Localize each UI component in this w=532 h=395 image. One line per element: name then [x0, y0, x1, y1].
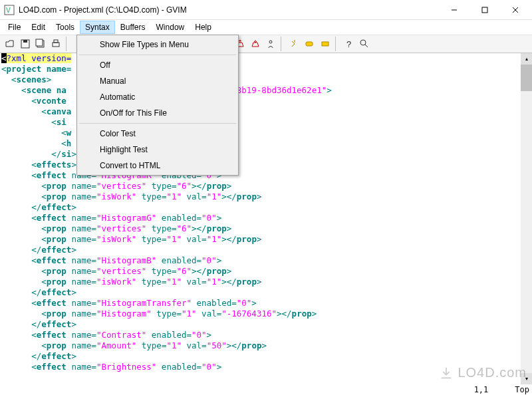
- watermark: LO4D.com: [439, 365, 527, 380]
- minimize-button[interactable]: [439, 0, 469, 20]
- svg-text:V: V: [6, 7, 11, 14]
- menu-edit[interactable]: Edit: [26, 21, 51, 34]
- svg-point-16: [360, 40, 366, 45]
- scroll-up-arrow[interactable]: ▴: [521, 53, 532, 65]
- svg-text:?: ?: [346, 39, 351, 49]
- run-script-icon[interactable]: [263, 37, 278, 51]
- svg-point-12: [269, 41, 272, 43]
- help-icon[interactable]: ?: [342, 37, 356, 51]
- download-icon: [439, 366, 454, 380]
- window-title: LO4D.com - Project.xml (C:\LO4D.com) - G…: [19, 5, 439, 15]
- app-icon: V: [4, 5, 15, 15]
- menubar: File Edit Tools Syntax Buffers Window He…: [0, 20, 532, 35]
- menu-buffers[interactable]: Buffers: [115, 21, 151, 34]
- syntax-dropdown: Show File Types in Menu Off Manual Autom…: [76, 35, 239, 176]
- menu-separator: [79, 55, 236, 55]
- menuitem-onoff-file[interactable]: On/Off for This File: [78, 105, 237, 121]
- open-icon[interactable]: [3, 37, 17, 51]
- tags-icon[interactable]: [303, 37, 317, 51]
- menuitem-highlight-test[interactable]: Highlight Test: [78, 142, 237, 158]
- svg-line-17: [365, 45, 368, 47]
- maximize-button[interactable]: [469, 0, 500, 20]
- save-session-icon[interactable]: [248, 37, 263, 51]
- toolbar-separator: [66, 37, 70, 51]
- menu-help[interactable]: Help: [190, 21, 217, 34]
- menu-tools[interactable]: Tools: [51, 21, 80, 34]
- menuitem-convert-html[interactable]: Convert to HTML: [78, 158, 237, 174]
- window-controls: [439, 0, 531, 20]
- svg-rect-7: [23, 40, 27, 43]
- print-icon[interactable]: [49, 37, 63, 51]
- vertical-scrollbar[interactable]: ▴ ▾: [521, 53, 532, 384]
- menu-window[interactable]: Window: [151, 21, 190, 34]
- menuitem-color-test[interactable]: Color Test: [78, 126, 237, 142]
- make-icon[interactable]: [287, 37, 302, 51]
- menu-separator: [79, 123, 236, 124]
- svg-rect-9: [36, 39, 43, 46]
- svg-rect-3: [482, 7, 487, 13]
- scroll-indicator: Top: [515, 385, 529, 394]
- titlebar: V LO4D.com - Project.xml (C:\LO4D.com) -…: [0, 0, 532, 20]
- save-icon[interactable]: [18, 37, 33, 51]
- toolbar-separator: [335, 37, 339, 51]
- menuitem-off[interactable]: Off: [78, 57, 237, 73]
- svg-rect-13: [306, 42, 313, 46]
- menuitem-automatic[interactable]: Automatic: [78, 89, 237, 105]
- svg-rect-14: [322, 42, 329, 46]
- watermark-text: LO4D.com: [458, 365, 527, 380]
- saveall-icon[interactable]: [33, 37, 48, 51]
- close-button[interactable]: [500, 0, 531, 20]
- statusbar: 1,1 Top: [0, 384, 532, 395]
- scroll-thumb[interactable]: [521, 65, 532, 91]
- find-help-icon[interactable]: [357, 37, 372, 51]
- scroll-track[interactable]: [521, 91, 532, 373]
- cursor-position: 1,1: [474, 385, 489, 394]
- menu-file[interactable]: File: [3, 21, 26, 34]
- toolbar-separator: [281, 37, 285, 51]
- svg-rect-10: [53, 43, 59, 47]
- svg-rect-11: [54, 40, 58, 43]
- menuitem-manual[interactable]: Manual: [78, 73, 237, 89]
- menuitem-show-filetypes[interactable]: Show File Types in Menu: [78, 37, 237, 53]
- jump-icon[interactable]: [318, 37, 332, 51]
- menu-syntax[interactable]: Syntax: [80, 21, 115, 34]
